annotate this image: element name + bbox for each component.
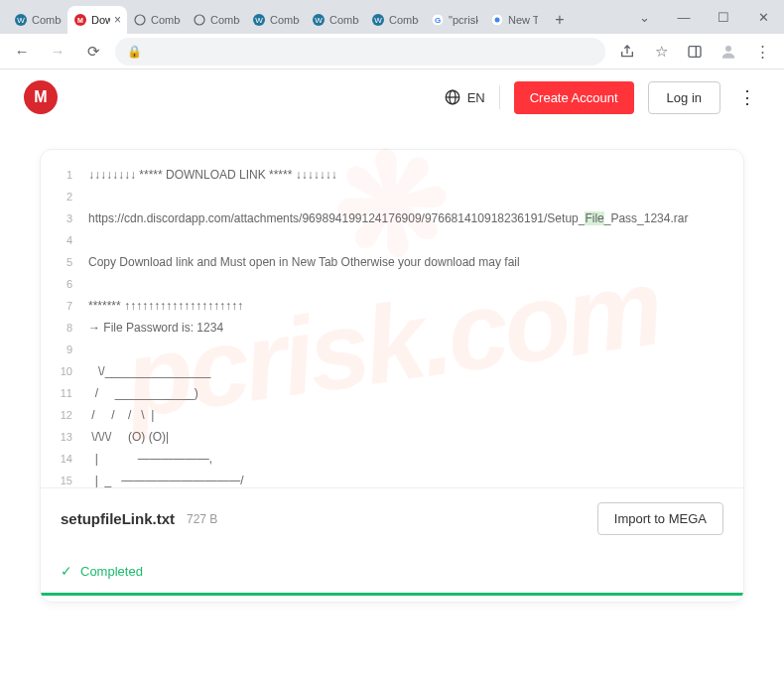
line-content: / ____________) (88, 382, 743, 404)
file-size: 727 B (187, 512, 217, 526)
file-meta-row: setupfileLink.txt 727 B Import to MEGA (41, 487, 743, 549)
close-icon[interactable]: × (114, 13, 121, 27)
code-line: 9 (41, 339, 743, 360)
browser-tab[interactable]: W Combo (306, 6, 365, 34)
code-line: 15 | _ ——————————/ (41, 470, 743, 487)
reload-button[interactable]: ⟳ (79, 38, 107, 66)
globe-icon (133, 13, 147, 27)
kebab-menu-icon[interactable]: ⋮ (734, 86, 760, 108)
line-number: 1 (41, 164, 88, 186)
mega-logo[interactable]: M (24, 80, 58, 114)
browser-titlebar: W Combo M Dow × Combo Combo W Combo W Co… (0, 0, 784, 34)
browser-tab[interactable]: W Combo (8, 6, 67, 34)
tabs-region: W Combo M Dow × Combo Combo W Combo W Co… (0, 0, 623, 34)
sidepanel-icon[interactable] (681, 38, 709, 66)
minimize-button[interactable]: ― (671, 4, 697, 30)
line-number: 2 (41, 186, 88, 207)
wordpress-icon: W (252, 13, 266, 27)
browser-tab[interactable]: W Combo (246, 6, 306, 34)
line-number: 14 (41, 448, 88, 470)
browser-tab[interactable]: W Combo (365, 6, 425, 34)
create-account-button[interactable]: Create Account (514, 81, 634, 114)
file-content: 1↓↓↓↓↓↓↓↓ ***** DOWNLOAD LINK ***** ↓↓↓↓… (41, 150, 743, 487)
address-bar: ← → ⟳ 🔒 ☆ ⋮ (0, 34, 784, 69)
svg-text:W: W (255, 16, 263, 25)
google-icon: G (431, 13, 445, 27)
profile-icon[interactable] (715, 38, 742, 66)
svg-text:G: G (435, 16, 441, 25)
login-button[interactable]: Log in (648, 81, 720, 114)
new-tab-button[interactable]: + (548, 8, 572, 32)
close-window-button[interactable]: ✕ (750, 4, 776, 30)
line-content: → File Password is: 1234 (88, 317, 743, 339)
code-line: 11 / ____________) (41, 382, 743, 404)
tab-title: Dow (91, 14, 110, 26)
browser-tab[interactable]: Combo (187, 6, 246, 34)
progress-bar (41, 593, 743, 596)
back-button[interactable]: ← (8, 38, 36, 66)
import-button[interactable]: Import to MEGA (597, 502, 723, 535)
omnibox[interactable]: 🔒 (115, 38, 605, 66)
code-line: 6 (41, 273, 743, 295)
line-content: https://cdn.discordapp.com/attachments/9… (88, 207, 743, 229)
code-line: 13 \/\/\/ (O) (O)| (41, 426, 743, 448)
language-label: EN (467, 90, 485, 105)
code-line: 12 / / / \ | (41, 404, 743, 426)
tab-title: Combo (32, 14, 62, 26)
browser-tab-active[interactable]: M Dow × (67, 6, 127, 34)
file-name: setupfileLink.txt (61, 510, 175, 527)
svg-text:M: M (77, 17, 83, 24)
svg-text:W: W (17, 16, 25, 25)
forward-button[interactable]: → (44, 38, 71, 66)
bookmark-icon[interactable]: ☆ (647, 38, 675, 66)
code-line: 7******* ↑↑↑↑↑↑↑↑↑↑↑↑↑↑↑↑↑↑↑↑ (41, 295, 743, 317)
chevron-down-icon[interactable]: ⌄ (631, 4, 657, 30)
line-number: 4 (41, 229, 88, 251)
line-content: / / / \ | (88, 404, 743, 426)
line-content: ↓↓↓↓↓↓↓↓ ***** DOWNLOAD LINK ***** ↓↓↓↓↓… (88, 164, 743, 186)
site-header: M EN Create Account Log in ⋮ (0, 69, 784, 125)
line-number: 12 (41, 404, 88, 426)
tab-title: Combo (210, 14, 240, 26)
line-number: 13 (41, 426, 88, 448)
lock-icon: 🔒 (127, 45, 142, 59)
line-number: 11 (41, 382, 88, 404)
content-area: 1↓↓↓↓↓↓↓↓ ***** DOWNLOAD LINK ***** ↓↓↓↓… (0, 125, 784, 603)
tab-title: Combo (389, 14, 419, 26)
mega-icon: M (73, 13, 87, 27)
status-row: ✓ Completed (41, 549, 743, 593)
code-line: 3https://cdn.discordapp.com/attachments/… (41, 207, 743, 229)
browser-tab[interactable]: New Ta (484, 6, 544, 34)
tab-title: "pcrisk (449, 14, 478, 26)
file-preview-card: 1↓↓↓↓↓↓↓↓ ***** DOWNLOAD LINK ***** ↓↓↓↓… (40, 149, 744, 603)
check-icon: ✓ (61, 563, 72, 579)
divider (499, 85, 500, 109)
browser-tab[interactable]: G "pcrisk (425, 6, 484, 34)
line-number: 7 (41, 295, 88, 317)
maximize-button[interactable]: ☐ (711, 4, 736, 30)
tab-title: Combo (270, 14, 300, 26)
language-selector[interactable]: EN (444, 88, 485, 106)
line-content: \/\/\/ (O) (O)| (88, 426, 743, 448)
line-content: | ——————, (88, 448, 743, 470)
svg-text:W: W (315, 16, 323, 25)
code-line: 5Copy Download link and Must open in New… (41, 251, 743, 273)
code-line: 10 \/________________ (41, 360, 743, 382)
line-number: 3 (41, 207, 88, 229)
share-icon[interactable] (613, 38, 641, 66)
code-line: 2 (41, 186, 743, 207)
tab-title: New Ta (508, 14, 538, 26)
menu-icon[interactable]: ⋮ (748, 38, 776, 66)
code-line: 14 | ——————, (41, 448, 743, 470)
line-number: 8 (41, 317, 88, 339)
line-number: 6 (41, 273, 88, 295)
svg-text:W: W (374, 16, 382, 25)
chrome-icon (490, 13, 504, 27)
wordpress-icon: W (312, 13, 326, 27)
code-line: 4 (41, 229, 743, 251)
svg-rect-16 (689, 46, 701, 57)
code-line: 1↓↓↓↓↓↓↓↓ ***** DOWNLOAD LINK ***** ↓↓↓↓… (41, 164, 743, 186)
browser-tab[interactable]: Combo (127, 6, 187, 34)
line-number: 9 (41, 339, 88, 360)
line-content: | _ ——————————/ (88, 470, 743, 487)
